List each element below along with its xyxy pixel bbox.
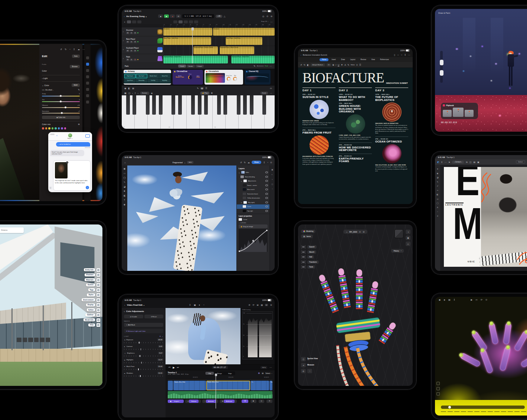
preset-cell[interactable]: Synth Pluck [124,79,135,83]
audio-region[interactable]: Drummer [213,28,275,36]
video-clip[interactable]: S… [251,381,269,390]
preset-cell[interactable]: Epic Synth [136,74,147,78]
black-key[interactable] [217,95,221,115]
italic-button[interactable]: I [335,64,336,66]
layer-row[interactable]: Top right [237,209,269,213]
back-icon[interactable]: ‹ [124,15,125,17]
attached-image-thumbnail[interactable]: ✕ [55,162,68,178]
brush-size-handle[interactable] [440,60,443,65]
panel-button[interactable]: Styles [87,293,95,296]
preset-cell[interactable]: Metallic Seed [148,74,159,78]
reset-button[interactable]: ↺ Reset [144,315,164,318]
share-icon[interactable]: ↥ [404,54,406,56]
black-key[interactable] [243,95,247,115]
visibility-icon[interactable] [265,180,268,182]
project-title[interactable]: An Evening Song ⌄ [126,15,147,17]
loop-tool-icon[interactable] [184,20,188,23]
more-icon[interactable]: ⋯ [270,92,272,94]
param-value[interactable]: Clean [196,77,200,78]
appearance-icon[interactable]: ◑ [406,230,410,234]
layer-row[interactable]: Sweat…ooster [237,183,269,188]
loop-icon[interactable]: ⟳ [253,304,255,306]
white-balance-row[interactable]: WB As shot ⌄ ✎ [42,89,80,91]
midi-region[interactable]: Bass Player - Indie Disco [163,37,211,45]
audio-icon[interactable]: ◧ [128,87,130,89]
black-key[interactable] [191,95,195,115]
properties-icon[interactable]: ▣ [271,168,273,171]
facetime-icon[interactable] [85,134,90,138]
volume-button[interactable]: ◁ Volume [185,400,201,403]
minimize-icon[interactable]: ⊖ [271,15,272,17]
redo-icon[interactable]: ↻ [244,161,246,164]
frame-icon[interactable]: ▭ [475,299,478,301]
crop-icon[interactable] [86,69,89,72]
search-icon[interactable]: ○ [401,54,402,56]
chromaglow-plugin[interactable]: ChromaGlow ModelModern Tube Drive StyleC… [173,70,203,85]
add-layer-icon[interactable]: ＋ [271,178,273,180]
color-mix-button[interactable]: ◉ Color mix [42,116,80,119]
settings-icon[interactable]: ⊙ [485,299,487,301]
info-icon[interactable]: ◔ [272,188,273,190]
brush-slider[interactable] [440,51,443,83]
edit-mode-button[interactable]: Clip [205,372,214,375]
light-section-header[interactable]: LIGHT✦ ⌄ [124,335,163,337]
visibility-icon[interactable] [265,171,268,173]
move-tool-icon[interactable]: ➤ [123,168,126,170]
video-clip-selected[interactable]: Skyline_Blue_Close [206,381,250,390]
audio-region[interactable]: Drummer [163,28,212,36]
modeling-button[interactable]: Modeling [301,230,315,233]
minimize-icon[interactable]: ⊖ [270,304,272,306]
healing-tool-icon[interactable]: ✚ [124,190,125,192]
track-header-keyboard[interactable]: 3 Keyboard Player MSR [122,45,163,54]
panel-button[interactable]: Soften [87,308,95,311]
visibility-icon[interactable] [265,206,268,207]
power-dot[interactable] [125,71,127,72]
layer-row-selected[interactable]: Curve [237,204,269,209]
panel-button[interactable]: Tags [88,288,95,291]
keyboard-panel-icon[interactable]: ▭ [270,87,272,89]
settings-icon[interactable]: ⊙ [266,15,268,17]
progress-handle[interactable] [448,406,451,408]
cursor-tool-icon[interactable]: ➤ [448,161,450,163]
tracks-view-toggle[interactable] [127,20,131,23]
corner-tool-icon[interactable]: ◪ [437,176,439,178]
share-icon[interactable]: ↥ [73,48,75,50]
type-tool-icon[interactable]: T [124,199,125,201]
video-clip[interactable] [168,381,173,390]
pencil-tool-icon[interactable]: ✐ [437,185,438,187]
record-enable-button[interactable]: R [134,41,137,43]
underline-button[interactable]: U [338,64,339,66]
close-icon[interactable]: ⊗ [78,123,80,125]
canvas[interactable] [127,165,236,271]
layer-row[interactable]: ⌄Edits [237,170,269,175]
back-icon[interactable]: ‹ [56,134,58,137]
black-key[interactable] [126,95,130,115]
midi-region[interactable]: Keyboard Player - Block Chords [220,46,254,54]
visibility-icon[interactable] [265,176,268,178]
panel-button[interactable]: Materials [85,278,95,281]
skip-back-icon[interactable]: ⏮ [168,366,170,368]
trash-icon[interactable]: ⌫ [242,400,248,403]
sidepanel-icon[interactable]: ◫ [128,92,131,94]
visibility-icon[interactable] [265,197,268,199]
back-icon[interactable]: ‹ [124,310,125,312]
add-mask-button[interactable]: ＋ Add Mask [124,323,163,327]
play-icon[interactable]: ▶ [173,366,174,369]
layer-row[interactable]: Noise blending [237,175,269,179]
black-key[interactable] [178,95,182,115]
sync-icon[interactable]: ⊙ [359,231,361,233]
visibility-icon[interactable] [265,210,268,212]
more-icon[interactable]: ⋯ [82,48,85,50]
connect-icon[interactable]: ✥ [258,372,260,374]
solo-button[interactable]: S [130,59,133,61]
color-swatch[interactable] [61,127,63,129]
viewer-zoom[interactable]: 74 % [261,366,267,369]
document-title[interactable]: Biofacture Innovation Summit [303,54,327,56]
enhance-button[interactable]: ✦ Enhance Light and Color [124,329,163,333]
ribbon-tab[interactable]: References [378,58,391,61]
render-tool-icon[interactable] [436,392,440,396]
color-section-row[interactable]: ⌄ Color B&W [42,83,80,87]
slider-value[interactable]: 11.27 [157,358,163,361]
align-icon[interactable]: ▤ [473,161,475,163]
curves-section-label[interactable]: ⌄ CURVES [239,222,268,224]
